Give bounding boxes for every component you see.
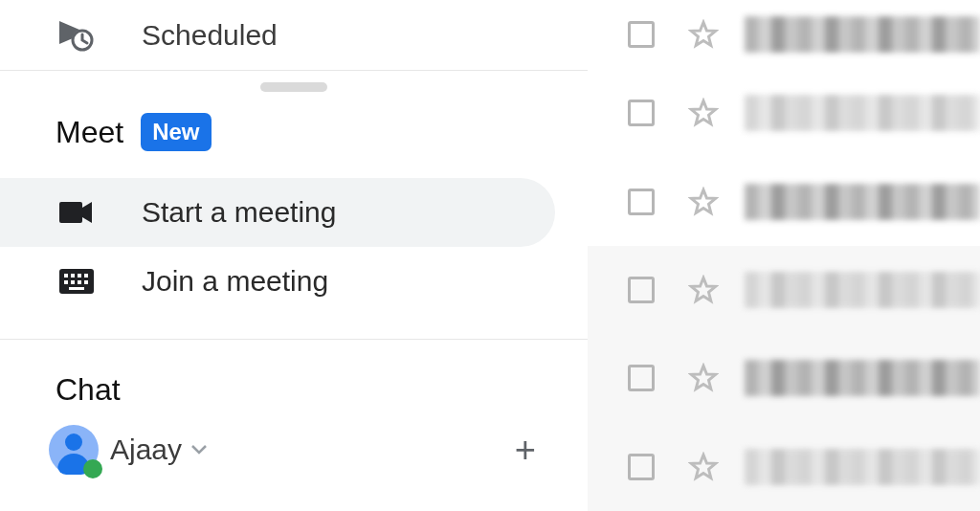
mail-row[interactable] <box>588 0 980 69</box>
section-divider <box>0 339 588 340</box>
svg-rect-4 <box>64 274 68 278</box>
mail-sender-redacted <box>745 449 980 485</box>
svg-rect-9 <box>71 280 75 284</box>
star-icon[interactable] <box>687 97 720 129</box>
keyboard-icon <box>57 269 96 294</box>
svg-rect-8 <box>64 280 68 284</box>
mail-row[interactable] <box>588 157 980 245</box>
mail-list <box>588 0 980 511</box>
meet-label: Meet <box>56 115 123 150</box>
svg-rect-6 <box>78 274 81 278</box>
mail-sender-redacted <box>745 184 980 220</box>
new-chat-button[interactable]: + <box>515 432 536 468</box>
star-icon[interactable] <box>687 274 720 306</box>
checkbox-icon[interactable] <box>628 189 655 215</box>
sidebar-item-scheduled[interactable]: Scheduled <box>0 0 588 71</box>
start-meeting-label: Start a meeting <box>142 196 336 229</box>
mail-row[interactable] <box>588 423 980 511</box>
mail-row[interactable] <box>588 69 980 157</box>
meet-section-header: Meet New <box>0 113 588 151</box>
svg-rect-5 <box>71 274 75 278</box>
scheduled-icon <box>57 16 96 55</box>
chat-label: Chat <box>56 372 121 408</box>
svg-rect-2 <box>59 202 82 223</box>
star-icon[interactable] <box>687 18 720 51</box>
checkbox-icon[interactable] <box>628 100 655 126</box>
checkbox-icon[interactable] <box>628 21 655 48</box>
checkbox-icon[interactable] <box>628 454 655 480</box>
sidebar: Scheduled Meet New Start a meeting <box>0 0 588 511</box>
mail-sender-redacted <box>745 272 980 308</box>
presence-indicator <box>83 459 102 478</box>
mail-sender-redacted <box>745 360 980 396</box>
checkbox-icon[interactable] <box>628 365 655 391</box>
star-icon[interactable] <box>687 451 720 483</box>
caret-down-icon[interactable] <box>191 445 207 455</box>
mail-sender-redacted <box>745 95 980 131</box>
chat-section-header: Chat <box>0 372 588 408</box>
svg-rect-12 <box>69 287 84 290</box>
join-meeting-label: Join a meeting <box>142 265 328 298</box>
chat-user-name: Ajaay <box>110 433 182 466</box>
star-icon[interactable] <box>687 362 720 394</box>
svg-rect-10 <box>78 280 81 284</box>
mail-sender-redacted <box>745 16 980 53</box>
mail-row[interactable] <box>588 246 980 334</box>
mail-row[interactable] <box>588 334 980 422</box>
chat-user-row[interactable]: Ajaay + <box>0 425 536 475</box>
svg-rect-7 <box>84 274 88 278</box>
drag-handle[interactable] <box>260 82 327 92</box>
new-badge: New <box>141 113 211 151</box>
checkbox-icon[interactable] <box>628 277 655 303</box>
avatar <box>49 425 99 475</box>
join-meeting-item[interactable]: Join a meeting <box>0 247 555 316</box>
start-meeting-item[interactable]: Start a meeting <box>0 178 555 247</box>
star-icon[interactable] <box>687 186 720 218</box>
meet-list: Start a meeting Join a meeting <box>0 178 588 316</box>
video-icon <box>57 200 96 225</box>
svg-rect-11 <box>84 280 88 284</box>
scheduled-label: Scheduled <box>142 19 278 52</box>
